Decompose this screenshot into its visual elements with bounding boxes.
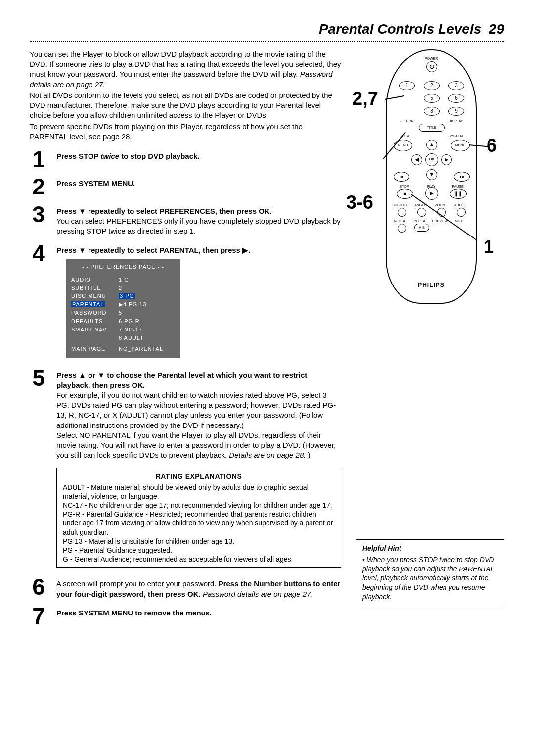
nav-up: ▲ <box>426 140 437 150</box>
title-button: TITLE <box>419 124 445 132</box>
step-5-body2-italic: Details are on page 28. <box>229 451 306 459</box>
step-1-a: Press STOP <box>56 152 101 160</box>
intro-p2: Not all DVDs conform to the levels you s… <box>30 91 341 121</box>
callout-6: 6 <box>487 136 497 155</box>
num-5: 5 <box>424 94 440 103</box>
remote-illustration: POWER ⏻ 1 2 3 5 6 8 9 RETURN DISPLAY TIT… <box>356 49 504 302</box>
label-repeat2: REPEAT <box>410 219 430 223</box>
callout-1: 1 <box>484 237 494 256</box>
step-6-a: A screen will prompt you to enter your p… <box>56 579 219 588</box>
step-2-number: 2 <box>30 177 47 197</box>
label-return: RETURN <box>397 119 416 123</box>
step-4-number: 4 <box>30 243 47 359</box>
menu-title: - - PREFERENCES PAGE - - <box>71 263 175 271</box>
callout-2-7: 2,7 <box>352 89 378 108</box>
label-pause: PAUSE <box>448 184 468 189</box>
menu-row: DISC MENU3 PG <box>71 292 175 300</box>
repeat-button <box>398 224 406 233</box>
pause-button: ❚❚ <box>450 189 467 199</box>
num-3: 3 <box>448 81 464 90</box>
step-5-body1: For example, if you do not want children… <box>56 390 341 430</box>
step-3: 3 Press ▼ repeatedly to select PREFERENC… <box>30 204 341 236</box>
menu-row: PARENTAL▶4 PG 13 <box>71 300 175 309</box>
menu-row: AUDIO1 G <box>71 276 175 284</box>
prev-button: ⏮ <box>394 172 409 182</box>
stop-button: ■ <box>397 189 413 199</box>
label-power: POWER <box>421 56 441 61</box>
nav-left: ◀ <box>411 154 422 165</box>
step-1: 1 Press STOP twice to stop DVD playback. <box>30 149 341 170</box>
label-disc: DISC <box>397 134 416 138</box>
nav-right: ▶ <box>441 154 452 165</box>
step-5-number: 5 <box>30 368 47 460</box>
num-9: 9 <box>448 107 464 116</box>
label-repeat: REPEAT <box>391 219 410 223</box>
power-button: ⏻ <box>426 61 437 72</box>
step-3-number: 3 <box>30 204 47 236</box>
page-title: Parental Controls Levels <box>319 21 481 37</box>
step-5-bold: Press ▲ or ▼ to choose the Parental leve… <box>56 370 341 390</box>
step-1-c: to stop DVD playback. <box>121 152 199 160</box>
num-8: 8 <box>424 107 440 116</box>
step-1-number: 1 <box>30 149 47 170</box>
step-3-bold: Press ▼ repeatedly to select PREFERENCES… <box>56 206 341 216</box>
subtitle-button <box>398 208 406 217</box>
ok-button: OK <box>425 153 438 166</box>
ab-button: A-B <box>414 224 429 232</box>
step-7-bold: Press SYSTEM MENU to remove the menus. <box>56 609 212 617</box>
menu-row: 8 ADULT <box>71 334 175 342</box>
step-2: 2 Press SYSTEM MENU. <box>30 177 341 197</box>
hint-title: Helpful Hint <box>362 544 498 553</box>
label-zoom: ZOOM <box>430 203 450 207</box>
step-2-text: Press SYSTEM MENU. <box>56 179 135 188</box>
rating-item: PG 13 - Material is unsuitable for child… <box>63 537 335 546</box>
page-number: 29 <box>489 21 504 37</box>
menu-row: DEFAULTS6 PG-R <box>71 317 175 326</box>
play-button: ▶ <box>425 187 438 200</box>
nav-down: ▼ <box>426 169 437 180</box>
step-1-b: twice <box>101 152 120 160</box>
step-4: 4 Press ▼ repeatedly to select PARENTAL,… <box>30 243 341 359</box>
rating-item: PG - Parental Guidance suggested. <box>63 546 335 555</box>
step-7: 7 Press SYSTEM MENU to remove the menus. <box>30 606 341 626</box>
label-display: DISPLAY <box>446 119 466 123</box>
brand-logo: PHILIPS <box>418 281 445 289</box>
ratings-title: RATING EXPLANATIONS <box>63 472 335 481</box>
step-5-body2-end: ) <box>308 451 311 459</box>
label-audio: AUDIO <box>450 203 470 207</box>
num-1: 1 <box>399 81 415 90</box>
audio-button <box>457 208 466 217</box>
intro-text: You can set the Player to block or allow… <box>30 49 341 142</box>
helpful-hint-box: Helpful Hint • When you press STOP twice… <box>356 539 504 606</box>
step-6-italic: Password details are on page 27. <box>203 590 313 598</box>
rating-item: ADULT - Mature material; should be viewe… <box>63 483 335 501</box>
angle-button <box>417 208 426 217</box>
callout-3-6: 3-6 <box>346 193 373 212</box>
menu-row: SMART NAV7 NC-17 <box>71 326 175 334</box>
preferences-menu: - - PREFERENCES PAGE - - AUDIO1 GSUBTITL… <box>66 259 180 358</box>
label-system: SYSTEM <box>446 134 466 138</box>
rating-item: NC-17 - No children under age 17; not re… <box>63 501 335 510</box>
rating-item: G - General Audience; recommended as acc… <box>63 555 335 564</box>
menu-row: PASSWORD5 <box>71 309 175 317</box>
step-6-number: 6 <box>30 577 47 599</box>
system-menu-button: MENU <box>451 140 470 151</box>
step-3-body: You can select PREFERENCES only if you h… <box>56 216 341 236</box>
label-stop: STOP <box>395 184 414 189</box>
num-6: 6 <box>448 94 464 103</box>
rating-explanations-box: RATING EXPLANATIONS ADULT - Mature mater… <box>56 468 341 568</box>
step-7-number: 7 <box>30 606 47 626</box>
intro-p3: To prevent specific DVDs from playing on… <box>30 122 341 142</box>
menu-row: MAIN PAGENO_PARENTAL <box>71 345 175 353</box>
intro-p1: You can set the Player to block or allow… <box>30 50 341 79</box>
label-subtitle: SUBTITLE <box>391 203 410 207</box>
divider-dotted <box>30 41 504 42</box>
step-6: 6 A screen will prompt you to enter your… <box>30 577 341 599</box>
disc-menu-button: MENU <box>394 140 412 151</box>
menu-row: SUBTITLE2 <box>71 284 175 292</box>
rating-item: PG-R - Parental Guidance - Restricted; r… <box>63 510 335 537</box>
num-2: 2 <box>424 81 440 90</box>
step-5: 5 Press ▲ or ▼ to choose the Parental le… <box>30 368 341 460</box>
next-button: ⏭ <box>454 172 470 182</box>
step-4-bold: Press ▼ repeatedly to select PARENTAL, t… <box>56 245 341 255</box>
